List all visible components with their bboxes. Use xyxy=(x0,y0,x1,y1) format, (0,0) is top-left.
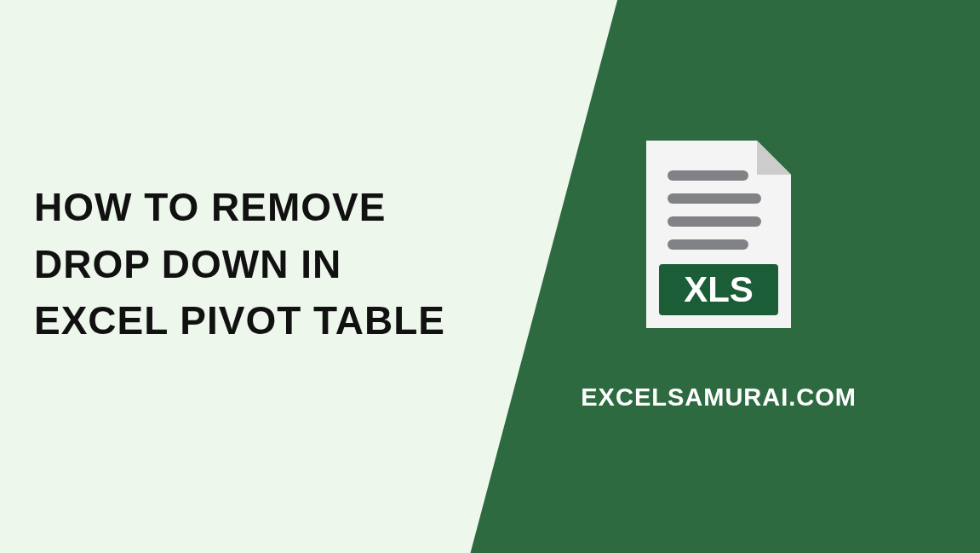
title-text: HOW TO REMOVEDROP DOWN INEXCEL PIVOT TAB… xyxy=(34,185,445,343)
website-url: EXCELSAMURAI.COM xyxy=(581,383,857,412)
svg-rect-3 xyxy=(668,239,748,250)
xls-file-icon: XLS xyxy=(638,132,799,337)
svg-rect-1 xyxy=(668,193,761,204)
xls-badge-text: XLS xyxy=(684,269,754,309)
banner-title: HOW TO REMOVEDROP DOWN INEXCEL PIVOT TAB… xyxy=(34,179,445,349)
svg-rect-2 xyxy=(668,216,761,227)
svg-rect-0 xyxy=(668,170,748,181)
banner-container: HOW TO REMOVEDROP DOWN INEXCEL PIVOT TAB… xyxy=(0,0,980,553)
right-content-area: XLS EXCELSAMURAI.COM xyxy=(581,132,857,412)
